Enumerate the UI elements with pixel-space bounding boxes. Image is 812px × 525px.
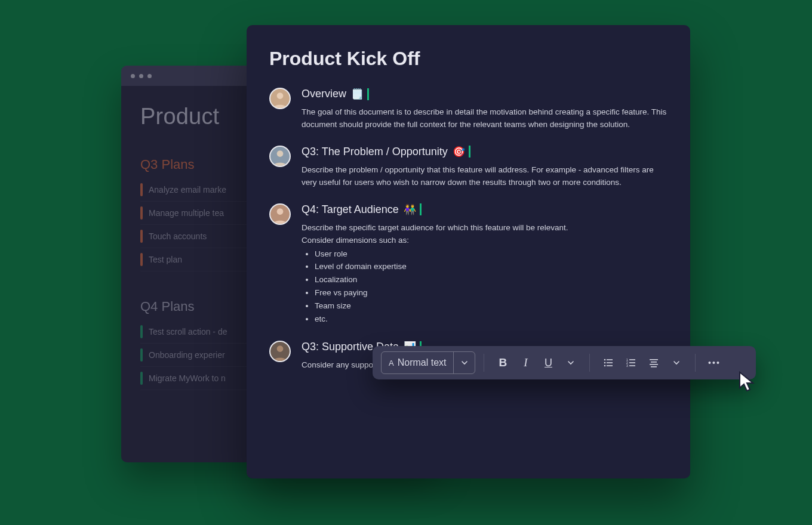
section-body[interactable]: Describe the specific target audience fo… xyxy=(302,222,668,326)
section-body[interactable]: The goal of this document is to describe… xyxy=(302,106,668,131)
section-heading-text: Q4: Target Audience xyxy=(302,203,399,216)
avatar xyxy=(269,88,291,109)
svg-text:3: 3 xyxy=(626,364,628,368)
section-body-intro: Describe the specific target audience fo… xyxy=(302,222,668,234)
align-icon xyxy=(648,357,659,368)
svg-point-3 xyxy=(277,345,284,352)
svg-point-2 xyxy=(277,208,284,215)
svg-point-0 xyxy=(277,92,284,99)
list-item: Free vs paying xyxy=(315,287,668,299)
list-item: Localization xyxy=(315,274,668,286)
foreground-document: Product Kick Off Overview 🗒️ The goal of… xyxy=(247,25,690,478)
list-item: Level of domain expertise xyxy=(315,261,668,273)
text-style-button[interactable]: A Normal text xyxy=(382,357,453,368)
svg-rect-16 xyxy=(650,359,658,360)
text-cursor-icon xyxy=(367,88,369,100)
traffic-light-icon[interactable] xyxy=(139,74,143,78)
traffic-light-icon[interactable] xyxy=(147,74,152,78)
text-formatting-toolbar: A Normal text B I U 1 2 3 xyxy=(373,346,756,379)
avatar xyxy=(269,341,291,362)
section-body-consider: Consider dimensions such as: xyxy=(302,234,668,247)
section-body[interactable]: Describe the problem / opportunity that … xyxy=(302,164,668,189)
doc-section-overview: Overview 🗒️ The goal of this document is… xyxy=(269,88,668,131)
list-item: etc. xyxy=(315,313,668,326)
svg-rect-18 xyxy=(650,364,658,365)
bullet-list: User role Level of domain expertise Loca… xyxy=(302,248,668,326)
svg-point-6 xyxy=(604,362,606,364)
svg-rect-11 xyxy=(629,359,635,360)
svg-rect-19 xyxy=(651,366,657,368)
section-heading[interactable]: Q3: The Problem / Opportunity 🎯 xyxy=(302,146,668,158)
svg-rect-5 xyxy=(607,359,613,360)
toolbar-divider xyxy=(589,354,590,372)
svg-rect-15 xyxy=(629,365,635,366)
text-style-selector[interactable]: A Normal text xyxy=(381,351,475,374)
text-style-icon: A xyxy=(389,359,394,368)
chevron-down-icon xyxy=(673,359,680,366)
font-style-group: B I U xyxy=(493,353,581,373)
svg-rect-17 xyxy=(651,362,657,363)
text-style-dropdown[interactable] xyxy=(453,352,475,373)
svg-point-1 xyxy=(277,150,284,157)
bullet-list-icon xyxy=(603,357,614,368)
numbered-list-icon: 1 2 3 xyxy=(626,357,636,368)
svg-point-4 xyxy=(604,359,606,361)
numbered-list-button[interactable]: 1 2 3 xyxy=(621,353,641,373)
traffic-light-icon[interactable] xyxy=(131,74,135,78)
more-options-button[interactable]: ••• xyxy=(704,353,724,373)
svg-rect-9 xyxy=(607,365,613,366)
avatar xyxy=(269,203,291,225)
list-align-more-button[interactable] xyxy=(666,353,687,373)
list-item: Team size xyxy=(315,300,668,313)
bullet-list-button[interactable] xyxy=(598,353,619,373)
chevron-down-icon xyxy=(461,359,468,366)
doc-section-problem: Q3: The Problem / Opportunity 🎯 Describe… xyxy=(269,146,668,189)
svg-rect-13 xyxy=(629,362,635,363)
avatar xyxy=(269,146,291,167)
toolbar-divider xyxy=(484,354,484,372)
text-cursor-icon xyxy=(420,203,422,215)
section-heading[interactable]: Q4: Target Audience 👫 xyxy=(302,203,668,216)
bold-button[interactable]: B xyxy=(493,353,513,373)
list-align-group: 1 2 3 xyxy=(598,353,687,373)
list-item: User role xyxy=(315,248,668,261)
toolbar-divider xyxy=(695,354,696,372)
italic-button[interactable]: I xyxy=(515,353,536,373)
section-heading[interactable]: Overview 🗒️ xyxy=(302,88,668,100)
svg-point-8 xyxy=(604,365,606,367)
text-cursor-icon xyxy=(469,146,470,158)
document-title[interactable]: Product Kick Off xyxy=(269,48,668,70)
notepad-icon: 🗒️ xyxy=(351,88,364,100)
chevron-down-icon xyxy=(567,359,574,366)
svg-rect-7 xyxy=(607,362,613,363)
text-style-label: Normal text xyxy=(398,357,447,368)
section-heading-text: Q3: The Problem / Opportunity xyxy=(302,146,448,158)
doc-section-audience: Q4: Target Audience 👫 Describe the speci… xyxy=(269,203,668,326)
window-controls xyxy=(131,74,152,78)
underline-button[interactable]: U xyxy=(538,353,558,373)
people-icon: 👫 xyxy=(404,203,416,216)
target-icon: 🎯 xyxy=(453,146,465,158)
font-style-more-button[interactable] xyxy=(561,353,581,373)
section-heading-text: Overview xyxy=(302,88,346,100)
align-button[interactable] xyxy=(644,353,664,373)
